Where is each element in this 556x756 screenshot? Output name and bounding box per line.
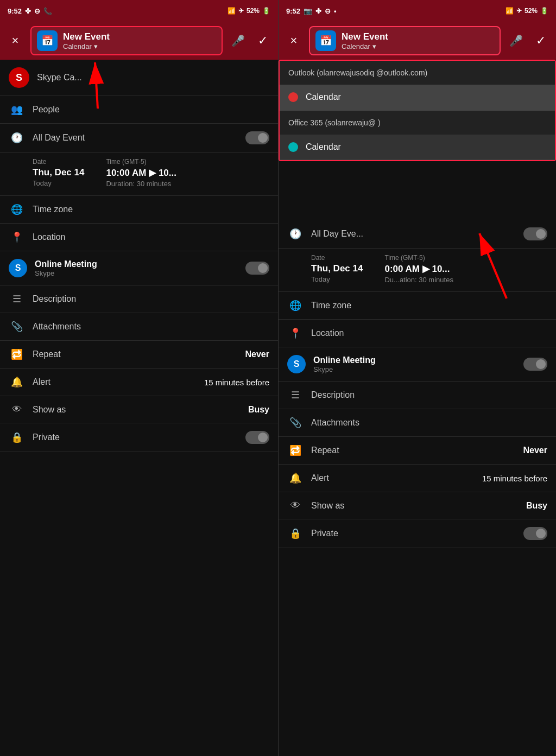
event-title-text-right: New Event Calendar ▾: [342, 31, 388, 50]
camera-icon: 📷: [304, 7, 312, 15]
private-row-left[interactable]: 🔒 Private: [0, 423, 278, 452]
online-meeting-label-right: Online Meeting: [313, 355, 516, 365]
lock-icon-left: 🔒: [9, 431, 25, 443]
location-content-left: Location: [33, 232, 269, 242]
calendar-subtitle-left: Calendar ▾: [63, 42, 110, 50]
status-right-right: 📶 ✈ 52% 🔋: [506, 7, 548, 15]
all-day-toggle-right[interactable]: [523, 227, 547, 240]
airplane-icon-right: ✈: [516, 7, 522, 15]
all-day-row-right[interactable]: 🕐 All Day Eve...: [279, 220, 556, 249]
time-label-right: Time (GMT-5): [384, 254, 453, 262]
attachments-content-right: Attachments: [311, 418, 547, 428]
pin-icon-right: 📍: [287, 327, 304, 339]
outlook-calendar-item[interactable]: Calendar: [280, 85, 555, 110]
mic-button-right[interactable]: 🎤: [506, 34, 526, 47]
minus-icon: ⊖: [34, 7, 40, 15]
description-row-left[interactable]: ☰ Description: [0, 285, 278, 313]
timezone-label-right: Time zone: [311, 301, 351, 310]
left-panel: 9:52 ✤ ⊖ 📞 📶 ✈ 52% 🔋 × 📅 New Event Calen…: [0, 0, 278, 756]
private-toggle-right[interactable]: [523, 527, 547, 540]
description-icon-left: ☰: [9, 293, 25, 305]
timezone-label-left: Time zone: [33, 205, 73, 214]
new-event-block-right[interactable]: 📅 New Event Calendar ▾: [309, 26, 501, 55]
people-icon-left: 👥: [9, 104, 25, 116]
network-icon-right: ✤: [315, 7, 321, 15]
alert-row-left[interactable]: 🔔 Alert 15 minutes before: [0, 369, 278, 396]
private-toggle-left[interactable]: [245, 431, 269, 444]
battery-left: 52%: [247, 7, 260, 15]
timezone-content-right: Time zone: [311, 301, 547, 310]
skype-row-left[interactable]: S Skype Ca...: [0, 60, 278, 96]
check-button-left[interactable]: ✓: [253, 34, 273, 48]
time-col-right[interactable]: Time (GMT-5) 0:00 AM ▶ 10... Du...ation:…: [384, 254, 453, 284]
globe-icon-left: 🌐: [9, 204, 25, 215]
datetime-block-right: Date Thu, Dec 14 Today Time (GMT-5) 0:00…: [279, 249, 556, 292]
show-as-row-right[interactable]: 👁 Show as Busy: [279, 492, 556, 519]
duration-right: Du...ation: 30 minutes: [384, 276, 453, 284]
time-right: 9:52: [286, 7, 300, 15]
private-content-right: Private: [311, 529, 516, 538]
private-label-right: Private: [311, 529, 338, 538]
check-button-right[interactable]: ✓: [531, 34, 551, 48]
pin-icon-left: 📍: [9, 231, 25, 243]
all-day-row-left[interactable]: 🕐 All Day Event: [0, 124, 278, 153]
location-label-right: Location: [311, 328, 344, 338]
alert-value-left: 15 minutes before: [204, 378, 269, 387]
right-panel: 9:52 📷 ✤ ⊖ • 📶 ✈ 52% 🔋 × 📅 New Event Cal…: [278, 0, 556, 756]
online-meeting-content-left: Online Meeting Skype: [35, 259, 238, 277]
teal-dot: [288, 142, 298, 152]
repeat-row-left[interactable]: 🔁 Repeat Never: [0, 341, 278, 369]
lock-icon-right: 🔒: [287, 528, 304, 539]
minus-icon-right: ⊖: [325, 7, 331, 15]
show-as-row-left[interactable]: 👁 Show as Busy: [0, 396, 278, 423]
date-col-left[interactable]: Date Thu, Dec 14 Today: [33, 158, 84, 188]
date-sub-right: Today: [311, 275, 363, 283]
timezone-row-right[interactable]: 🌐 Time zone: [279, 292, 556, 320]
status-left: 9:52 ✤ ⊖ 📞: [8, 7, 52, 15]
online-meeting-row-left[interactable]: S Online Meeting Skype: [0, 251, 278, 285]
eye-icon-right: 👁: [287, 500, 304, 511]
location-row-right[interactable]: 📍 Location: [279, 320, 556, 347]
calendar-dropdown[interactable]: Outlook (olanrewajusodiq @outlook.com) C…: [279, 60, 556, 161]
description-row-right[interactable]: ☰ Description: [279, 382, 556, 409]
online-meeting-toggle-left[interactable]: [245, 262, 269, 275]
outlook-icon-left: 📅: [37, 30, 58, 51]
private-row-right[interactable]: 🔒 Private: [279, 519, 556, 548]
people-label-left: People: [33, 105, 60, 114]
alert-content-right: Alert: [311, 473, 475, 483]
timezone-content-left: Time zone: [33, 205, 269, 214]
date-col-right[interactable]: Date Thu, Dec 14 Today: [311, 254, 363, 284]
people-row-left[interactable]: 👥 People: [0, 96, 278, 124]
content-right: 🕐 All Day Eve... Date Thu, Dec 14 Today …: [279, 220, 556, 548]
online-meeting-row-right[interactable]: S Online Meeting Skype: [279, 347, 556, 382]
phone-icon: 📞: [43, 7, 52, 15]
repeat-value-right: Never: [523, 446, 547, 455]
new-event-block-left[interactable]: 📅 New Event Calendar ▾: [30, 26, 223, 55]
skype-s-icon-right: S: [287, 355, 306, 373]
close-button-left[interactable]: ×: [5, 31, 25, 50]
dot-icon-right: •: [334, 7, 337, 15]
time-col-left[interactable]: Time (GMT-5) 10:00 AM ▶ 10... Duration: …: [106, 158, 176, 188]
location-row-left[interactable]: 📍 Location: [0, 224, 278, 251]
time-left: 9:52: [8, 7, 22, 15]
alert-row-right[interactable]: 🔔 Alert 15 minutes before: [279, 465, 556, 492]
all-day-toggle-left[interactable]: [245, 131, 269, 144]
attachments-row-left[interactable]: 📎 Attachments: [0, 313, 278, 341]
time-label-left: Time (GMT-5): [106, 158, 176, 166]
private-label-left: Private: [33, 433, 60, 442]
online-meeting-label-left: Online Meeting: [35, 259, 238, 269]
show-as-label-left: Show as: [33, 405, 66, 414]
timezone-row-left[interactable]: 🌐 Time zone: [0, 196, 278, 224]
repeat-content-right: Repeat: [311, 446, 516, 455]
alert-value-right: 15 minutes before: [482, 474, 547, 483]
mic-button-left[interactable]: 🎤: [228, 34, 248, 47]
online-meeting-sub-left: Skype: [35, 269, 238, 277]
online-meeting-toggle-right[interactable]: [523, 358, 547, 371]
attachments-label-left: Attachments: [33, 322, 81, 331]
office-calendar-item[interactable]: Calendar: [280, 135, 555, 160]
status-left-right: 9:52 📷 ✤ ⊖ •: [286, 7, 337, 15]
repeat-row-right[interactable]: 🔁 Repeat Never: [279, 437, 556, 465]
description-icon-right: ☰: [287, 389, 304, 401]
close-button-right[interactable]: ×: [284, 31, 304, 50]
attachments-row-right[interactable]: 📎 Attachments: [279, 409, 556, 437]
